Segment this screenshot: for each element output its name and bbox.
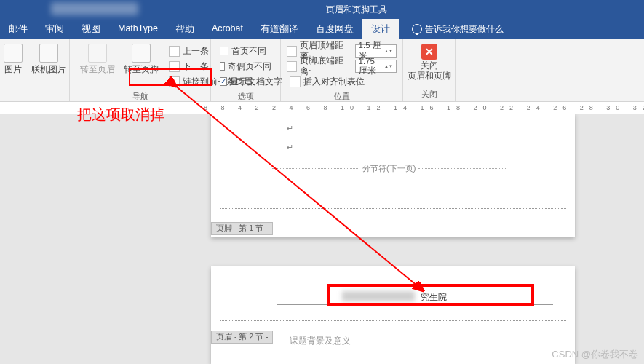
annotation-arrow	[0, 0, 644, 364]
svg-line-0	[175, 85, 422, 290]
annotation-text-cancel: 把这项取消掉	[77, 105, 164, 124]
watermark-text: CSDN @你卷我不卷	[552, 348, 638, 361]
